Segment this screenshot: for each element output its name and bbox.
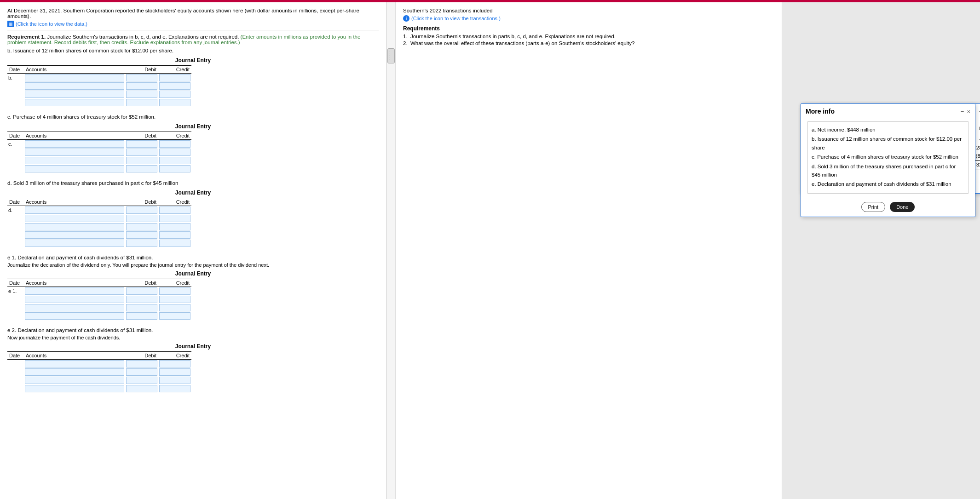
- more-info-item-c: c. Purchase of 4 million shares of treas…: [812, 153, 964, 161]
- view-transactions-text[interactable]: (Click the icon to view the transactions…: [411, 16, 501, 21]
- account-input-d1[interactable]: [24, 206, 125, 215]
- credit-input-e1-4[interactable]: [158, 312, 191, 320]
- debit-input-d4[interactable]: [125, 231, 158, 239]
- credit-input-e1-1[interactable]: [158, 287, 191, 296]
- debit-input-d5[interactable]: [125, 239, 158, 247]
- account-input-c4[interactable]: [24, 165, 125, 173]
- section-b-label: b. Issuance of 12 million shares of comm…: [7, 48, 379, 53]
- view-transactions-link[interactable]: i (Click the icon to view the transactio…: [403, 15, 774, 22]
- debit-input-b1[interactable]: [125, 74, 158, 82]
- debit-input-e1-2[interactable]: [125, 295, 158, 304]
- more-info-done-button[interactable]: Done: [890, 202, 915, 212]
- table-row: [7, 98, 191, 107]
- credit-input-d5[interactable]: [158, 239, 191, 247]
- credit-input-e1-3[interactable]: [158, 304, 191, 312]
- header-text: At December 31, 2021, Southern Corporati…: [7, 8, 379, 19]
- credit-input-c1[interactable]: [158, 140, 191, 149]
- col-credit-c: Credit: [158, 132, 191, 140]
- credit-input-b1[interactable]: [158, 74, 191, 82]
- debit-input-e1-3[interactable]: [125, 304, 158, 312]
- debit-input-e2-3[interactable]: [125, 376, 158, 384]
- account-input-e1-2[interactable]: [24, 295, 125, 304]
- debit-input-b4[interactable]: [125, 98, 158, 107]
- account-input-e2-2[interactable]: [24, 368, 125, 376]
- debit-input-c3[interactable]: [125, 156, 158, 165]
- table-row: [7, 312, 191, 320]
- account-input-d4[interactable]: [24, 231, 125, 239]
- debit-input-c2[interactable]: [125, 148, 158, 156]
- account-input-b2[interactable]: [24, 82, 125, 90]
- debit-input-e2-4[interactable]: [125, 384, 158, 393]
- journal-title-b: Journal Entry: [7, 57, 379, 63]
- account-input-e2-3[interactable]: [24, 376, 125, 384]
- credit-input-e1-2[interactable]: [158, 295, 191, 304]
- table-row: [7, 376, 191, 384]
- more-info-close-button[interactable]: ×: [967, 108, 970, 115]
- account-input-c1[interactable]: [24, 140, 125, 149]
- debit-input-c1[interactable]: [125, 140, 158, 149]
- account-input-d2[interactable]: [24, 214, 125, 223]
- table-row: [7, 360, 191, 368]
- date-label-c: c.: [7, 140, 24, 149]
- col-credit-e1: Credit: [158, 279, 191, 287]
- debit-input-d3[interactable]: [125, 223, 158, 231]
- table-row: [7, 368, 191, 376]
- section-e1-note: Journalize the declaration of the divide…: [7, 262, 379, 268]
- account-input-d3[interactable]: [24, 223, 125, 231]
- table-row: b.: [7, 74, 191, 82]
- credit-input-e2-2[interactable]: [158, 368, 191, 376]
- debit-input-c4[interactable]: [125, 165, 158, 173]
- account-input-c3[interactable]: [24, 156, 125, 165]
- collapse-handle[interactable]: .....: [387, 48, 395, 63]
- credit-input-c4[interactable]: [158, 165, 191, 173]
- modals-area: Data table − × Common stock, $3.00 par v…: [782, 2, 980, 499]
- section-e2: e 2. Declaration and payment of cash div…: [7, 327, 379, 393]
- view-data-link[interactable]: ▦ (Click the icon to view the data.): [7, 21, 379, 27]
- debit-input-e1-4[interactable]: [125, 312, 158, 320]
- more-info-print-button[interactable]: Print: [861, 202, 886, 212]
- credit-input-b4[interactable]: [158, 98, 191, 107]
- debit-input-b3[interactable]: [125, 90, 158, 98]
- account-input-d5[interactable]: [24, 239, 125, 247]
- account-input-b1[interactable]: [24, 74, 125, 82]
- debit-input-e2-2[interactable]: [125, 368, 158, 376]
- credit-input-d1[interactable]: [158, 206, 191, 215]
- left-panel: At December 31, 2021, Southern Corporati…: [0, 2, 386, 499]
- credit-input-d3[interactable]: [158, 223, 191, 231]
- date-label-b: b.: [7, 74, 24, 82]
- debit-input-e1-1[interactable]: [125, 287, 158, 296]
- account-input-b4[interactable]: [24, 98, 125, 107]
- credit-input-d4[interactable]: [158, 231, 191, 239]
- right-panel: Southern's 2022 transactions included i …: [396, 2, 782, 499]
- account-input-b3[interactable]: [24, 90, 125, 98]
- account-input-e1-4[interactable]: [24, 312, 125, 320]
- journal-title-e1: Journal Entry: [7, 270, 379, 277]
- journal-title-d: Journal Entry: [7, 189, 379, 196]
- section-b: b. Issuance of 12 million shares of comm…: [7, 48, 379, 107]
- table-row: c.: [7, 140, 191, 149]
- credit-input-c2[interactable]: [158, 148, 191, 156]
- credit-input-e2-1[interactable]: [158, 360, 191, 368]
- credit-input-d2[interactable]: [158, 214, 191, 223]
- credit-input-c3[interactable]: [158, 156, 191, 165]
- debit-input-e2-1[interactable]: [125, 360, 158, 368]
- account-input-e2-4[interactable]: [24, 384, 125, 393]
- col-accounts-e2: Accounts: [24, 352, 125, 360]
- debit-input-d2[interactable]: [125, 214, 158, 223]
- account-input-e1-1[interactable]: [24, 287, 125, 296]
- credit-input-e2-4[interactable]: [158, 384, 191, 393]
- view-data-text[interactable]: (Click the icon to view the data.): [16, 21, 87, 27]
- debit-input-b2[interactable]: [125, 82, 158, 90]
- col-accounts-e1: Accounts: [24, 279, 125, 287]
- account-input-e2-1[interactable]: [24, 360, 125, 368]
- credit-input-b2[interactable]: [158, 82, 191, 90]
- table-row: [7, 304, 191, 312]
- debit-input-d1[interactable]: [125, 206, 158, 215]
- account-input-c2[interactable]: [24, 148, 125, 156]
- more-info-minimize-button[interactable]: −: [961, 108, 964, 115]
- credit-input-b3[interactable]: [158, 90, 191, 98]
- table-row: [7, 156, 191, 165]
- account-input-e1-3[interactable]: [24, 304, 125, 312]
- section-c-label: c. Purchase of 4 million shares of treas…: [7, 114, 379, 120]
- credit-input-e2-3[interactable]: [158, 376, 191, 384]
